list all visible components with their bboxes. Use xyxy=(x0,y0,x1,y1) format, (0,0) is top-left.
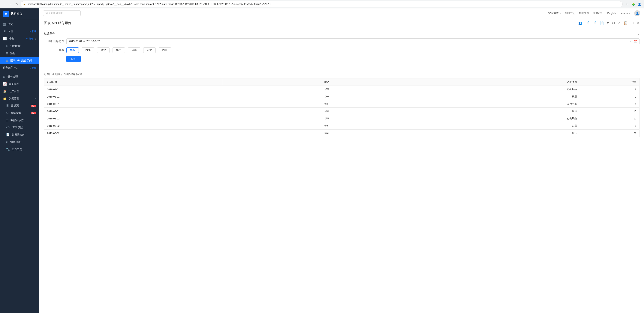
calendar-icon[interactable]: 📅 xyxy=(634,40,637,43)
sidebar-item-bigscreen-mgmt[interactable]: 📈 大屏管理 xyxy=(0,80,40,88)
doc-icon-3[interactable]: 📄 xyxy=(600,21,604,25)
doc-icon-1[interactable]: 📄 xyxy=(586,21,590,25)
report-add-btn[interactable]: ⊕ 新建 xyxy=(26,37,33,40)
datamodel-label: 数据模型 xyxy=(10,111,29,115)
favorite-icon[interactable]: ♥ xyxy=(607,21,609,25)
language-link[interactable]: English xyxy=(607,12,616,15)
logo-text: 截图服务 xyxy=(10,12,22,16)
query-button[interactable]: 查询 xyxy=(66,56,81,62)
expand-icon[interactable]: ↗ xyxy=(618,21,620,25)
sidebar-item-report-mgmt[interactable]: ⊞ 报表管理 xyxy=(0,73,40,80)
user-avatar[interactable]: 👤 xyxy=(634,10,640,16)
share-icon[interactable]: ⬡ xyxy=(631,21,634,25)
report-1121212-icon: ⊞ xyxy=(6,44,8,48)
sidebar-item-datasource[interactable]: 🗄 数据源 HOT xyxy=(0,102,40,109)
bookmark-button[interactable]: ☆ xyxy=(624,1,629,7)
sidebar-item-data-mgmt[interactable]: 📁 数据管理 ▲ xyxy=(0,95,40,102)
sidebar-item-portal-mgmt[interactable]: 🏠 门户管理 xyxy=(0,88,40,95)
cell-qty-0: 8 xyxy=(580,86,640,93)
cell-region-4: 华东 xyxy=(222,115,431,122)
share-users-icon[interactable]: 👥 xyxy=(578,21,582,25)
portal-create-add-btn[interactable]: ⊕ 新建 xyxy=(30,66,36,69)
back-button[interactable]: ← xyxy=(2,1,7,7)
table-title: 订单日期,地区,产品类别等的表格 xyxy=(44,73,640,76)
cell-region-2: 华东 xyxy=(222,100,431,108)
space-channel-arrow: ▾ xyxy=(560,12,561,15)
region-btn-northeast[interactable]: 东北 xyxy=(143,47,156,53)
report-mgmt-icon: ⊞ xyxy=(3,75,6,78)
metrics-label: 指标 xyxy=(10,52,36,55)
bigscreen-icon: 🖥 xyxy=(3,30,6,33)
cell-category-4: 办公用品 xyxy=(431,115,580,122)
filter-section: 过滤条件 ⌄ 订单日期-范围 2019-03-01 至 2019-03-02 ✕… xyxy=(40,28,644,69)
forward-button[interactable]: → xyxy=(8,1,13,7)
cell-category-5: 家居 xyxy=(431,122,580,130)
doc-icon-2[interactable]: 📄 xyxy=(592,21,597,25)
sidebar-item-data-mapping[interactable]: 📄 数据值映射 xyxy=(0,131,40,138)
sidebar-item-data-preview[interactable]: ☰ 数据表预览 xyxy=(0,117,40,124)
datasource-badge: HOT xyxy=(30,105,36,107)
report-mgmt-label: 报表管理 xyxy=(7,75,36,78)
address-bar[interactable] xyxy=(27,3,620,5)
top-nav-links: 空间通道 ▾ 空间广场 帮助文档 联系我们 English hahaha ▾ 👤 xyxy=(548,10,640,16)
table-row: 2019-03-01 华东 家用电器 1 xyxy=(44,100,640,108)
cell-date-6: 2019-03-02 xyxy=(44,130,223,137)
overview-icon: ▦ xyxy=(3,22,6,26)
cell-category-2: 家用电器 xyxy=(431,100,580,108)
sidebar-item-chart-theme[interactable]: 🔧 图表主题 xyxy=(0,146,40,153)
user-menu[interactable]: hahaha ▾ xyxy=(620,12,630,15)
report-1121212-label: 1121212 xyxy=(10,44,36,47)
mail-icon[interactable]: ✉ xyxy=(612,21,615,25)
bigscreen-add-btn[interactable]: ⊕ 新建 xyxy=(30,30,36,33)
address-bar-container[interactable]: 🔒 xyxy=(21,1,622,7)
data-mgmt-icon: 📁 xyxy=(3,97,7,100)
region-btn-south[interactable]: 华南 xyxy=(128,47,140,53)
filter-collapse-btn[interactable]: ⌄ xyxy=(637,32,640,35)
space-plaza-link[interactable]: 空间广场 xyxy=(564,11,575,15)
table-body: 2019-03-01 华东 办公用品 8 2019-03-01 华东 家居 2 … xyxy=(44,86,640,137)
sidebar-item-chart-api[interactable]: ⊞ 图表 API 服务示例 xyxy=(0,57,40,64)
filter-row-query: 查询 xyxy=(44,56,640,62)
extensions-button[interactable]: 🧩 xyxy=(630,1,636,7)
cell-region-5: 华东 xyxy=(222,122,431,130)
report-label: 报表 xyxy=(9,37,14,40)
search-input-wrap[interactable] xyxy=(43,10,81,16)
date-clear-btn[interactable]: ✕ xyxy=(630,40,632,43)
help-docs-link[interactable]: 帮助文档 xyxy=(579,11,589,15)
sidebar-item-bigscreen[interactable]: 🖥 大屏 ⊕ 新建 xyxy=(0,28,40,35)
sidebar-item-report[interactable]: 📊 报表 ⊕ 新建 ▲ xyxy=(0,35,40,42)
bigscreen-mgmt-icon: 📈 xyxy=(3,82,7,86)
sidebar-item-widget-template[interactable]: ⊕ 组件模板 xyxy=(0,138,40,146)
sidebar-item-metrics[interactable]: ⊞ 指标 xyxy=(0,50,40,57)
cell-qty-2: 1 xyxy=(580,100,640,108)
region-btn-northwest[interactable]: 西北 xyxy=(82,47,94,53)
search-input[interactable] xyxy=(46,12,78,14)
reload-button[interactable]: ↻ xyxy=(14,1,19,7)
sidebar-item-overview[interactable]: ▦ 概览 xyxy=(0,20,40,28)
lock-icon: 🔒 xyxy=(23,3,26,5)
date-range-input[interactable]: 2019-03-01 至 2019-03-02 ✕ 📅 xyxy=(66,38,640,44)
page-header-icons: 👥 📄 📄 📄 ♥ ✉ ↗ 📋 ⬡ ✏ xyxy=(578,21,640,25)
region-btn-southwest[interactable]: 西南 xyxy=(159,47,171,53)
edit-icon[interactable]: ✏ xyxy=(637,21,640,25)
sidebar-item-portal-create[interactable]: 待创建门户... ⊕ 新建 xyxy=(0,64,40,71)
profile-button[interactable]: 👤 xyxy=(637,1,642,7)
region-btn-east[interactable]: 华东 xyxy=(66,47,79,53)
table-head: 订单日期 地区 产品类别 数量 xyxy=(44,78,640,86)
date-label: 订单日期-范围 xyxy=(44,40,66,43)
region-btn-central[interactable]: 华中 xyxy=(112,47,125,53)
table-section: 订单日期,地区,产品类别等的表格 订单日期 地区 产品类别 数量 2019-03… xyxy=(40,69,644,141)
main-content: 图表 API 服务示例 👥 📄 📄 📄 ♥ ✉ ↗ 📋 ⬡ ✏ 过滤条件 xyxy=(40,18,644,313)
report-icon: 📊 xyxy=(3,37,7,40)
sql-model-label: SQL模型 xyxy=(12,126,36,129)
sidebar-item-sql-model[interactable]: </> SQL模型 xyxy=(0,124,40,131)
widget-template-label: 组件模板 xyxy=(10,140,36,144)
sidebar-item-1121212[interactable]: ⊞ 1121212 xyxy=(0,42,40,50)
copy-icon[interactable]: 📋 xyxy=(624,21,628,25)
sidebar-logo: 截 截图服务 xyxy=(0,8,40,20)
page-header: 图表 API 服务示例 👥 📄 📄 📄 ♥ ✉ ↗ 📋 ⬡ ✏ xyxy=(40,18,644,28)
contact-us-link[interactable]: 联系我们 xyxy=(593,11,604,15)
region-btn-north[interactable]: 华北 xyxy=(97,47,110,53)
sidebar-item-datamodel[interactable]: ⚙ 数据模型 HOT xyxy=(0,109,40,117)
space-channel-link[interactable]: 空间通道 ▾ xyxy=(548,11,561,15)
